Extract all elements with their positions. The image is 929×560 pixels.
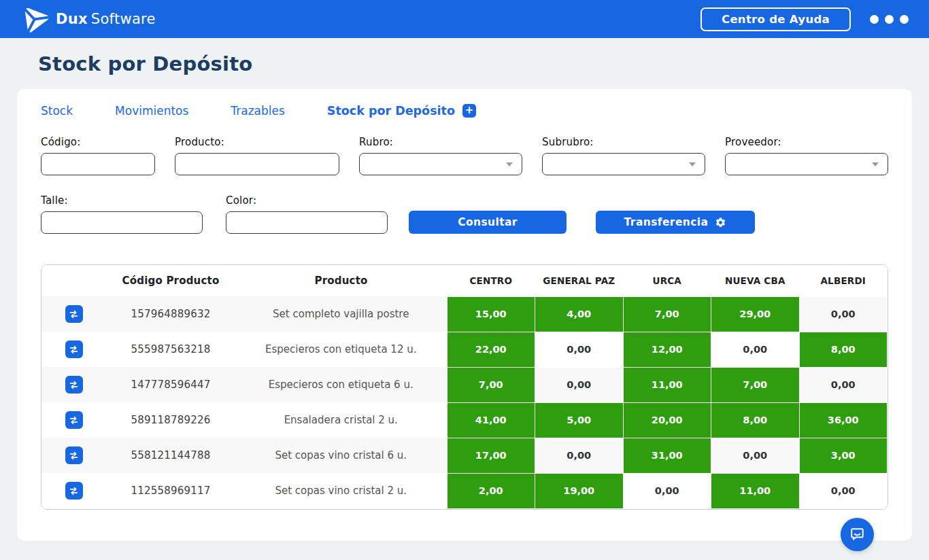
col-header-centro: CENTRO [447,265,535,296]
transfer-stock-button[interactable] [65,340,83,358]
col-header-action [41,265,106,296]
row-action-cell [41,332,106,367]
stock-value-cell-centro: 15,00 [447,296,535,332]
tab-stock-por-deposito[interactable]: Stock por Depósito + [327,104,476,118]
transfer-stock-button[interactable] [65,305,83,323]
table-row: 555987563218Especieros con etiqueta 12 u… [41,332,888,367]
tab-movimientos[interactable]: Movimientos [115,104,188,118]
stock-table-container: Código Producto Producto CENTRO GENERAL … [41,264,888,510]
brand-name: DuxSoftware [56,11,156,27]
color-input[interactable] [226,211,388,234]
producto-field-group: Producto: [175,136,339,175]
proveedor-field-group: Proveedor: [725,136,888,175]
stock-value-cell-alberdi: 0,00 [799,367,888,402]
gear-icon [715,217,726,228]
transfer-arrows-icon [68,485,80,497]
transfer-stock-button[interactable] [65,447,83,464]
stock-value-cell-urca: 20,00 [623,402,711,438]
brand-logo[interactable]: DuxSoftware [23,5,156,33]
content-card: Stock Movimientos Trazables Stock por De… [17,89,912,541]
rubro-field-group: Rubro: [359,136,522,175]
table-row: 589118789226Ensaladera cristal 2 u.41,00… [41,402,888,438]
stock-value-cell-general-paz: 4,00 [535,296,624,332]
menu-dots-icon[interactable] [870,15,909,24]
product-code: 558121144788 [106,438,235,473]
chat-launcher-button[interactable] [841,518,874,551]
stock-value-cell-urca: 31,00 [623,438,711,473]
stock-value-cell-general-paz: 0,00 [535,438,624,473]
stock-value-cell-urca: 7,00 [623,296,711,332]
stock-value-cell-general-paz: 0,00 [535,367,624,402]
subrubro-label: Subrubro: [542,136,705,148]
stock-value-cell-urca: 11,00 [623,367,711,402]
row-action-cell [41,473,106,508]
talle-label: Talle: [41,194,203,207]
caret-down-icon [506,162,513,167]
product-name: Set completo vajilla postre [235,296,447,332]
col-header-urca: URCA [623,265,711,296]
plus-icon[interactable]: + [462,104,476,118]
subrubro-select[interactable] [542,153,705,175]
producto-input[interactable] [175,153,339,175]
tab-stock[interactable]: Stock [41,104,73,118]
proveedor-select[interactable] [725,153,888,175]
product-name: Especieros con etiqueta 12 u. [235,332,447,367]
dux-triangle-logo-icon [21,3,52,34]
stock-value-cell-nueva-cba: 0,00 [711,332,800,367]
transfer-arrows-icon [68,415,80,426]
help-center-button[interactable]: Centro de Ayuda [700,7,851,31]
product-code: 147778596447 [106,367,235,402]
stock-value-cell-nueva-cba: 0,00 [711,438,800,473]
transfer-arrows-icon [68,450,80,461]
chat-bubble-icon [848,525,866,544]
stock-value-cell-centro: 41,00 [447,402,535,438]
caret-down-icon [689,162,696,167]
filters-row-1: Código: Producto: Rubro: Subrubro: Prove… [41,136,888,175]
transfer-stock-button[interactable] [65,482,83,500]
table-row: 558121144788Set copas vino cristal 6 u.1… [41,438,888,473]
product-name: Set copas vino cristal 2 u. [235,473,447,508]
stock-value-cell-urca: 12,00 [623,332,711,367]
producto-label: Producto: [175,136,339,148]
stock-value-cell-centro: 7,00 [447,367,535,402]
tab-trazables[interactable]: Trazables [231,104,284,118]
col-header-alberdi: ALBERDI [799,265,888,296]
product-code: 555987563218 [106,332,235,367]
proveedor-label: Proveedor: [725,136,888,148]
color-label: Color: [226,194,388,207]
product-code: 157964889632 [106,296,235,332]
col-header-general-paz: GENERAL PAZ [535,265,624,296]
rubro-select[interactable] [359,153,522,175]
stock-value-cell-general-paz: 0,00 [535,332,624,367]
table-row: 147778596447Especieros con etiqueta 6 u.… [41,367,888,402]
transfer-stock-button[interactable] [65,411,83,429]
talle-input[interactable] [41,211,203,234]
row-action-cell [41,296,106,332]
row-action-cell [41,438,106,473]
codigo-label: Código: [41,136,155,148]
stock-value-cell-centro: 2,00 [447,473,535,508]
stock-value-cell-centro: 22,00 [447,332,535,367]
page-title: Stock por Depósito [0,38,929,89]
transfer-stock-button[interactable] [65,376,83,393]
transferencia-button[interactable]: Transferencia [596,211,755,234]
transfer-arrows-icon [68,344,80,355]
codigo-input[interactable] [41,153,155,175]
stock-value-cell-alberdi: 0,00 [799,473,888,508]
stock-value-cell-centro: 17,00 [447,438,535,473]
menu-dot-icon [900,15,909,24]
col-header-producto: Producto [235,265,447,296]
stock-value-cell-nueva-cba: 29,00 [711,296,800,332]
stock-table: Código Producto Producto CENTRO GENERAL … [41,265,888,509]
color-field-group: Color: [226,194,388,234]
transfer-arrows-icon [68,379,80,391]
col-header-codigo-producto: Código Producto [106,265,235,296]
product-code: 589118789226 [106,402,235,438]
stock-value-cell-general-paz: 19,00 [535,473,624,508]
stock-value-cell-nueva-cba: 11,00 [711,473,800,508]
consultar-button[interactable]: Consultar [409,211,567,234]
stock-value-cell-alberdi: 0,00 [799,296,888,332]
subrubro-field-group: Subrubro: [542,136,705,175]
table-row: 157964889632Set completo vajilla postre1… [41,296,888,332]
codigo-field-group: Código: [41,136,155,175]
